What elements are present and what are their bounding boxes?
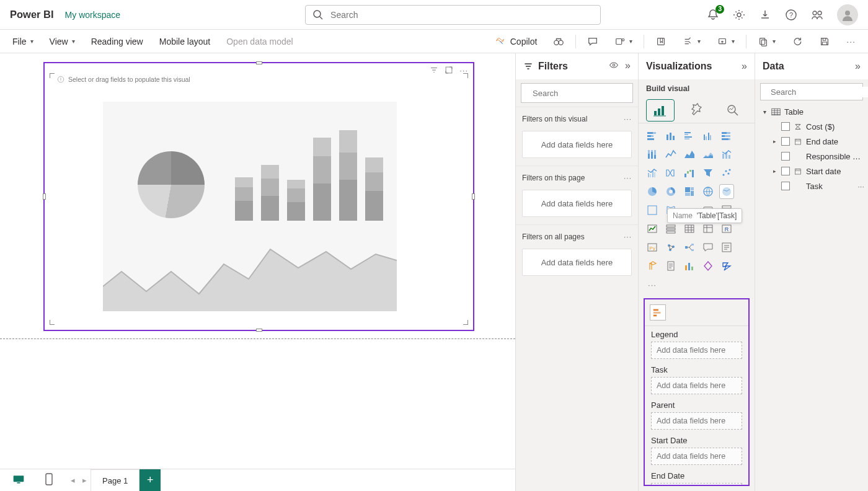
next-page-button[interactable]: ▸ xyxy=(79,473,91,487)
comments-button[interactable] xyxy=(581,32,604,51)
visual-filter-icon[interactable] xyxy=(430,66,438,76)
clustered-bar-icon[interactable] xyxy=(682,128,697,143)
analytics-tab[interactable] xyxy=(719,99,747,122)
slicer-icon[interactable] xyxy=(663,221,678,236)
help-icon[interactable]: ? xyxy=(785,9,797,21)
scatter-icon[interactable] xyxy=(719,166,734,180)
funnel-icon[interactable] xyxy=(701,166,715,180)
stacked-column-icon[interactable] xyxy=(663,128,678,143)
power-apps-icon[interactable] xyxy=(701,259,715,273)
data-field[interactable]: Responsible Tea... xyxy=(755,149,868,164)
decomposition-icon[interactable] xyxy=(682,240,697,255)
data-collapse-icon[interactable]: » xyxy=(855,61,861,72)
treemap-icon[interactable] xyxy=(682,184,697,199)
viz-collapse-icon[interactable]: » xyxy=(742,61,747,72)
page-tab[interactable]: Page 1 xyxy=(91,469,140,492)
notifications-icon[interactable]: 3 xyxy=(707,9,719,21)
filter-group-more[interactable]: ··· xyxy=(624,174,632,182)
pie-icon[interactable] xyxy=(645,184,660,199)
clustered-column-icon[interactable] xyxy=(701,128,715,143)
goals-icon[interactable] xyxy=(645,259,660,273)
view-options-button[interactable]: ▾ xyxy=(676,32,707,51)
map-icon[interactable] xyxy=(701,184,715,199)
reading-view-button[interactable]: Reading view xyxy=(85,33,149,50)
qa-visual-icon[interactable] xyxy=(701,240,715,255)
stacked-bar-icon[interactable] xyxy=(645,128,660,143)
py-visual-icon[interactable]: Py xyxy=(645,240,660,255)
filter-dropzone-visual[interactable]: Add data fields here xyxy=(522,131,632,158)
field-checkbox[interactable] xyxy=(781,167,790,175)
get-more-visuals-icon[interactable]: ··· xyxy=(645,277,660,292)
r-visual-icon[interactable]: R xyxy=(719,221,734,236)
field-checkbox[interactable] xyxy=(781,122,790,131)
bookmarks-button[interactable] xyxy=(649,32,673,51)
build-visual-tab[interactable] xyxy=(646,99,675,122)
matrix-icon[interactable] xyxy=(701,221,715,236)
refresh-button[interactable] xyxy=(786,32,809,51)
hundred-bar-icon[interactable] xyxy=(719,128,734,143)
area-chart-icon[interactable] xyxy=(682,147,697,162)
filled-map-icon[interactable] xyxy=(719,184,734,199)
data-table-node[interactable]: ▾ Table xyxy=(755,104,868,119)
filter-group-more[interactable]: ··· xyxy=(624,115,632,123)
field-checkbox[interactable] xyxy=(781,152,790,161)
filter-dropzone-page[interactable]: Add data fields here xyxy=(522,190,632,217)
add-page-button[interactable]: + xyxy=(140,469,161,492)
visual-focus-icon[interactable] xyxy=(445,66,453,76)
ribbon-chart-icon[interactable] xyxy=(663,166,678,180)
field-checkbox[interactable] xyxy=(781,137,790,146)
paginated-icon[interactable] xyxy=(663,259,678,273)
global-search-input[interactable] xyxy=(329,9,594,20)
line-stacked-icon[interactable] xyxy=(719,147,734,162)
save-button[interactable] xyxy=(813,32,836,51)
app-source-icon[interactable] xyxy=(682,259,697,273)
narrative-icon[interactable] xyxy=(719,240,734,255)
stacked-area-icon[interactable] xyxy=(701,147,715,162)
filters-search[interactable] xyxy=(521,83,633,103)
selected-visual-chip[interactable] xyxy=(650,304,666,321)
data-field[interactable]: ▸End date xyxy=(755,134,868,149)
open-data-model-button[interactable]: Open data model xyxy=(220,33,299,50)
export-button[interactable]: ▾ xyxy=(711,32,741,51)
well-dropzone[interactable]: Add data fields here xyxy=(651,448,742,465)
filters-search-input[interactable] xyxy=(531,88,638,99)
explore-button[interactable] xyxy=(547,32,570,51)
teams-button[interactable]: ▾ xyxy=(608,32,639,51)
table-icon[interactable] xyxy=(682,221,697,236)
file-menu[interactable]: File▾ xyxy=(6,33,40,50)
filters-visibility-icon[interactable] xyxy=(609,60,619,73)
data-search-input[interactable] xyxy=(769,87,868,97)
desktop-view-button[interactable] xyxy=(7,471,30,490)
format-visual-tab[interactable] xyxy=(683,99,711,122)
data-field[interactable]: Task··· xyxy=(755,179,868,193)
settings-icon[interactable] xyxy=(733,9,745,21)
workspace-link[interactable]: My workspace xyxy=(65,10,120,20)
more-ribbon-button[interactable]: ··· xyxy=(840,33,862,50)
filters-collapse-icon[interactable]: » xyxy=(625,60,631,73)
field-checkbox[interactable] xyxy=(781,182,790,190)
mobile-view-button[interactable] xyxy=(40,469,58,491)
copy-button[interactable]: ▾ xyxy=(751,32,782,51)
line-clustered-icon[interactable] xyxy=(645,166,660,180)
kpi-icon[interactable] xyxy=(645,221,660,236)
view-menu[interactable]: View▾ xyxy=(43,33,81,50)
mobile-layout-button[interactable]: Mobile layout xyxy=(153,33,217,50)
hundred-column-icon[interactable] xyxy=(645,147,660,162)
waterfall-icon[interactable] xyxy=(682,166,697,180)
donut-icon[interactable] xyxy=(663,184,678,199)
account-manager-icon[interactable] xyxy=(811,9,823,21)
well-dropzone[interactable]: Add data fields here xyxy=(651,377,742,394)
power-automate-icon[interactable] xyxy=(719,259,734,273)
visual-container[interactable]: ··· i Select or drag fields to populate … xyxy=(43,62,474,331)
well-dropzone[interactable]: Add data fields here xyxy=(651,483,742,486)
azure-map-icon[interactable] xyxy=(645,203,660,218)
data-search[interactable] xyxy=(760,83,863,100)
avatar[interactable] xyxy=(837,4,858,25)
data-field[interactable]: ▸Start date xyxy=(755,164,868,179)
well-dropzone[interactable]: Add data fields here xyxy=(651,412,742,430)
data-field[interactable]: Cost ($) xyxy=(755,119,868,134)
copilot-button[interactable]: Copilot xyxy=(489,32,544,51)
download-icon[interactable] xyxy=(759,9,771,21)
key-influencers-icon[interactable] xyxy=(663,240,678,255)
filter-group-more[interactable]: ··· xyxy=(624,232,632,241)
